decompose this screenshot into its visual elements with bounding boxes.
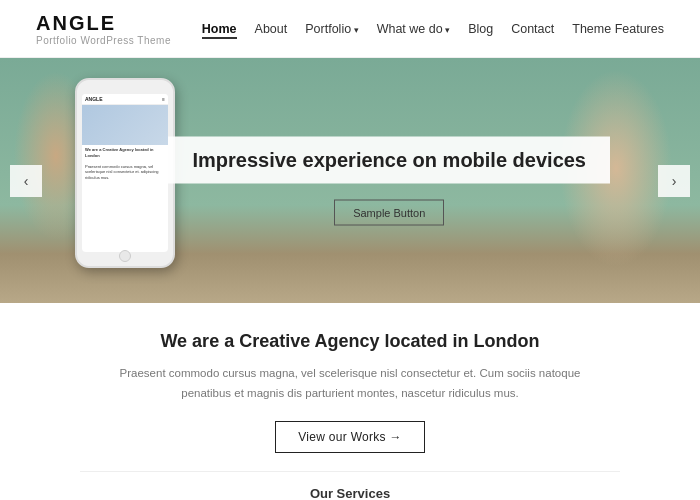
- hero-sample-button[interactable]: Sample Button: [334, 199, 444, 225]
- phone-mockup: ANGLE ≡ We are a Creative Agency located…: [75, 78, 175, 268]
- hero-content: Impressive experience on mobile devices …: [168, 136, 610, 225]
- hero-next-arrow[interactable]: ›: [658, 165, 690, 197]
- our-services-label: Our Services: [80, 486, 620, 500]
- main-nav: Home About Portfolio ▾ What we do ▾ Blog…: [202, 22, 664, 36]
- nav-item-whatwedo[interactable]: What we do ▾: [377, 22, 451, 36]
- hero-section: ANGLE ≡ We are a Creative Agency located…: [0, 58, 700, 303]
- main-content: We are a Creative Agency located in Lond…: [0, 303, 700, 500]
- nav-item-contact[interactable]: Contact: [511, 22, 554, 36]
- agency-title: We are a Creative Agency located in Lond…: [80, 331, 620, 352]
- nav-item-home[interactable]: Home: [202, 22, 237, 36]
- nav-item-theme-features[interactable]: Theme Features: [572, 22, 664, 36]
- nav-item-portfolio[interactable]: Portfolio ▾: [305, 22, 358, 36]
- nav-item-about[interactable]: About: [255, 22, 288, 36]
- logo-title: ANGLE: [36, 12, 171, 35]
- header: ANGLE Portfolio WordPress Theme Home Abo…: [0, 0, 700, 58]
- phone-home-button: [119, 250, 131, 262]
- nav-item-blog[interactable]: Blog: [468, 22, 493, 36]
- hero-title-box: Impressive experience on mobile devices: [168, 136, 610, 183]
- view-works-button[interactable]: View our Works →: [275, 421, 425, 453]
- section-divider: [80, 471, 620, 472]
- logo-subtitle: Portfolio WordPress Theme: [36, 35, 171, 46]
- logo: ANGLE Portfolio WordPress Theme: [36, 12, 171, 46]
- hero-title: Impressive experience on mobile devices: [192, 148, 586, 171]
- hero-prev-arrow[interactable]: ‹: [10, 165, 42, 197]
- agency-description: Praesent commodo cursus magna, vel scele…: [100, 364, 600, 403]
